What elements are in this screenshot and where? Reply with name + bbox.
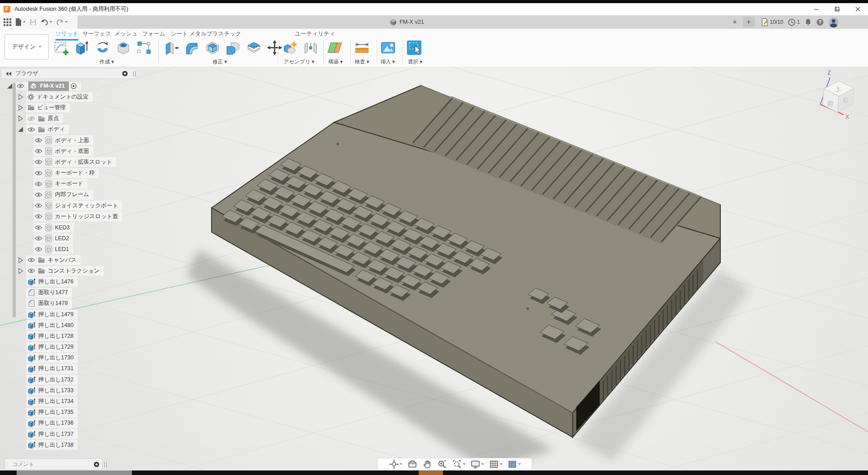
browser-feature-row[interactable]: 押し出し1732 xyxy=(1,374,149,385)
grid-settings-tool[interactable] xyxy=(487,459,504,469)
browser-feature-row[interactable]: 押し出し1479 xyxy=(1,309,149,320)
browser-feature-row[interactable]: 押し出し1735 xyxy=(1,407,149,418)
eye-icon[interactable] xyxy=(35,181,42,187)
view-cube[interactable]: Z X 上 前 右 xyxy=(800,68,867,125)
ribbon-tab-7[interactable]: ユーティリティ xyxy=(295,30,335,39)
insert-image-button[interactable] xyxy=(379,39,397,57)
expand-closed-icon[interactable] xyxy=(17,257,26,264)
file-menu-button[interactable] xyxy=(14,17,27,27)
eye-icon[interactable] xyxy=(35,170,42,176)
browser-feature-row[interactable]: 押し出し1737 xyxy=(1,429,149,439)
panel-drag-grip[interactable] xyxy=(133,71,136,76)
construction-plane-button[interactable] xyxy=(326,39,344,57)
select-button[interactable] xyxy=(405,39,423,57)
combine-button[interactable] xyxy=(224,39,242,57)
pan-tool[interactable] xyxy=(420,459,434,469)
account-avatar[interactable] xyxy=(828,17,839,27)
shell-button[interactable] xyxy=(203,39,222,57)
undo-button[interactable] xyxy=(40,18,53,27)
look-at-tool[interactable] xyxy=(406,459,419,469)
browser-feature-row[interactable]: 押し出し1480 xyxy=(1,320,149,331)
help-button[interactable]: ? xyxy=(816,18,824,26)
ribbon-group-label[interactable]: 構築 ▾ xyxy=(328,58,343,65)
minimize-button[interactable] xyxy=(806,3,827,15)
comment-drag-grip[interactable] xyxy=(104,462,107,467)
collapse-panel-icon[interactable] xyxy=(6,72,12,76)
browser-tree-row[interactable]: キーボード・枠 xyxy=(1,168,149,179)
ribbon-group-label[interactable]: 作成 ▾ xyxy=(99,58,114,65)
browser-tree-row[interactable]: キャンバス xyxy=(1,255,149,265)
add-comment-icon[interactable] xyxy=(93,461,100,468)
extrude-button[interactable] xyxy=(73,39,91,57)
ribbon-tab-6[interactable]: プラスチック xyxy=(207,30,241,39)
browser-tree-row[interactable]: ボディ xyxy=(1,124,149,135)
measure-button[interactable] xyxy=(353,39,371,57)
document-tab[interactable]: FM-X v21 xyxy=(81,15,733,29)
ribbon-group-label[interactable]: 選択 ▾ xyxy=(408,58,422,65)
activate-component-radio[interactable] xyxy=(69,82,81,90)
browser-feature-row[interactable]: 面取り1478 xyxy=(1,298,149,309)
joint-button[interactable] xyxy=(302,39,320,57)
eye-icon[interactable] xyxy=(35,214,42,219)
browser-tree-row[interactable]: ボディ・底面 xyxy=(1,146,149,157)
app-grid-menu-button[interactable] xyxy=(3,18,12,27)
browser-tree-row[interactable]: キーボード xyxy=(1,179,149,189)
eye-icon[interactable] xyxy=(35,148,42,154)
eye-icon[interactable] xyxy=(35,203,42,208)
ribbon-group-label[interactable]: 修正 ▾ xyxy=(212,58,227,65)
expand-closed-icon[interactable] xyxy=(17,94,26,100)
expand-closed-icon[interactable] xyxy=(17,115,26,122)
browser-tree-row[interactable]: ドキュメントの設定 xyxy=(1,91,149,102)
ribbon-tab-2[interactable]: サーフェス xyxy=(82,30,111,39)
ribbon-group-label[interactable]: アセンブリ ▾ xyxy=(284,58,314,65)
eye-icon[interactable] xyxy=(35,236,42,241)
maximize-button[interactable] xyxy=(827,3,847,15)
ribbon-tab-3[interactable]: メッシュ xyxy=(114,30,137,39)
display-settings-tool[interactable] xyxy=(469,459,486,469)
expand-closed-icon[interactable] xyxy=(17,104,26,111)
job-status-button[interactable]: 10/10 xyxy=(761,18,783,27)
fillet-button[interactable] xyxy=(183,39,201,57)
browser-feature-row[interactable]: 面取り1477 xyxy=(1,287,149,298)
pattern-button[interactable] xyxy=(135,39,153,57)
browser-tree-row[interactable]: ビュー管理 xyxy=(1,102,149,113)
viewports-tool[interactable] xyxy=(506,459,523,469)
browser-feature-row[interactable]: 押し出し1731 xyxy=(1,363,149,374)
eye-icon[interactable] xyxy=(35,192,42,197)
expand-closed-icon[interactable] xyxy=(17,268,26,274)
browser-feature-row[interactable]: 押し出し1728 xyxy=(1,331,149,341)
browser-tree-row[interactable]: コンストラクション xyxy=(1,265,149,276)
ribbon-group-label[interactable]: 挿入 ▾ xyxy=(380,58,395,65)
browser-feature-row[interactable]: 押し出し1729 xyxy=(1,342,149,353)
browser-feature-row[interactable]: 押し出し1736 xyxy=(1,418,149,429)
eye-icon[interactable] xyxy=(35,246,42,252)
eye-icon[interactable] xyxy=(27,268,35,273)
browser-scrollbar[interactable] xyxy=(13,83,16,318)
browser-tree-row[interactable]: 原点 xyxy=(1,113,149,124)
close-button[interactable] xyxy=(847,3,868,15)
document-tab-close-button[interactable]: ✕ xyxy=(730,18,739,26)
browser-tree-row[interactable]: 内部フレーム xyxy=(1,189,149,200)
expand-open-icon[interactable] xyxy=(17,126,26,133)
ribbon-tab-4[interactable]: フォーム xyxy=(142,30,165,39)
browser-feature-row[interactable]: 押し出し1738 xyxy=(1,439,149,450)
ribbon-group-label[interactable]: 検査 ▾ xyxy=(355,58,369,65)
save-button[interactable] xyxy=(28,18,38,27)
eye-icon[interactable] xyxy=(35,138,42,143)
fit-tool[interactable] xyxy=(450,459,467,469)
browser-tree-row[interactable]: LED1 xyxy=(1,244,149,255)
eye-icon[interactable] xyxy=(27,257,35,263)
browser-tree-row[interactable]: ボディ・拡張スロット xyxy=(1,157,149,167)
eye-icon[interactable] xyxy=(27,127,35,132)
press-pull-button[interactable] xyxy=(162,39,180,57)
new-document-tab-button[interactable]: + xyxy=(743,17,755,27)
browser-feature-row[interactable]: 押し出し1733 xyxy=(1,385,149,396)
hole-button[interactable] xyxy=(114,39,132,57)
browser-tree-row[interactable]: カートリッジスロット蓋 xyxy=(1,211,149,222)
browser-feature-row[interactable]: 押し出し1734 xyxy=(1,396,149,407)
orbit-tool[interactable] xyxy=(387,459,404,469)
new-component-button[interactable] xyxy=(281,39,299,57)
notifications-button[interactable] xyxy=(805,18,812,26)
visibility-toggle[interactable] xyxy=(15,82,28,90)
eye-off-icon[interactable] xyxy=(27,116,35,121)
